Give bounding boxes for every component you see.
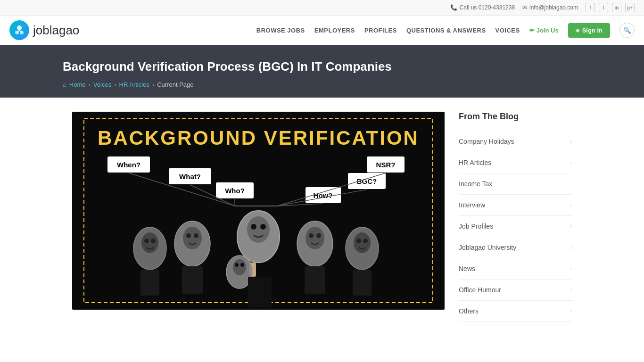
svg-point-44 — [235, 263, 239, 267]
svg-point-50 — [316, 233, 321, 238]
facebook-icon[interactable]: f — [586, 3, 595, 12]
search-button[interactable]: 🔍 — [619, 23, 635, 38]
svg-text:When?: When? — [117, 161, 140, 169]
nav-questions-answers[interactable]: QUESTIONS & ANSWERS — [406, 25, 486, 36]
chevron-icon: › — [570, 287, 572, 293]
svg-point-39 — [251, 224, 256, 230]
svg-point-30 — [151, 239, 156, 243]
phone-info: 📞 Call us 0120-4331238 — [450, 4, 515, 11]
svg-point-43 — [233, 259, 246, 275]
sidebar-others[interactable]: Others › — [459, 301, 572, 321]
breadcrumb-current: Current Page — [157, 81, 193, 88]
svg-rect-36 — [182, 266, 203, 294]
social-links: f t in g+ — [586, 3, 635, 12]
sidebar-title: From The Blog — [459, 112, 572, 122]
svg-point-28 — [141, 232, 158, 253]
breadcrumb-sep-1: › — [89, 81, 91, 88]
logo-text: joblagao — [33, 23, 79, 38]
main-nav: BROWSE JOBS EMPLOYERS PROFILES QUESTIONS… — [256, 23, 635, 38]
svg-point-35 — [194, 233, 198, 238]
svg-point-34 — [186, 233, 191, 238]
signin-button[interactable]: ⎆ Sign In — [568, 23, 610, 38]
sidebar-office-humour[interactable]: Office Humour › — [459, 280, 572, 300]
breadcrumb-voices[interactable]: Voices — [93, 81, 111, 88]
linkedin-icon[interactable]: in — [612, 3, 621, 12]
chevron-icon: › — [570, 223, 572, 230]
chevron-icon: › — [570, 308, 572, 314]
svg-point-49 — [309, 233, 314, 238]
svg-point-0 — [17, 25, 22, 30]
svg-point-54 — [356, 239, 361, 243]
hero-banner: Background Verification Process (BGC) In… — [0, 45, 644, 98]
sidebar: From The Blog Company Holidays › HR Arti… — [459, 112, 572, 322]
svg-point-53 — [354, 232, 371, 253]
svg-text:BACKGROUND VERIFICATION: BACKGROUND VERIFICATION — [98, 127, 419, 149]
logo[interactable]: joblagao — [9, 20, 79, 40]
home-icon: ⌂ — [63, 81, 66, 88]
svg-rect-56 — [353, 270, 372, 296]
top-bar: 📞 Call us 0120-4331238 ✉ info@joblagao.c… — [0, 0, 644, 16]
sidebar-income-tax[interactable]: Income Tax › — [459, 173, 572, 194]
twitter-icon[interactable]: t — [599, 3, 608, 12]
email-info: ✉ info@joblagao.com — [522, 4, 578, 11]
svg-point-48 — [305, 227, 324, 249]
svg-text:How?: How? — [314, 191, 333, 199]
email-icon: ✉ — [522, 4, 527, 11]
main-content: BACKGROUND VERIFICATION When? What? Who?… — [63, 112, 581, 322]
list-item: Job Profiles › — [459, 216, 572, 237]
chevron-icon: › — [570, 159, 572, 166]
email-text: info@joblagao.com — [529, 4, 578, 11]
svg-rect-46 — [248, 277, 272, 307]
logo-icon — [9, 20, 29, 40]
svg-point-45 — [240, 263, 244, 267]
svg-point-33 — [183, 227, 202, 249]
list-item: Income Tax › — [459, 173, 572, 195]
phone-text: Call us 0120-4331238 — [460, 4, 515, 11]
list-item: Office Humour › — [459, 280, 572, 301]
pencil-icon: ✏ — [529, 27, 535, 34]
svg-text:Who?: Who? — [225, 187, 245, 195]
sidebar-company-holidays[interactable]: Company Holidays › — [459, 131, 572, 152]
nav-profiles[interactable]: PROFILES — [364, 25, 397, 36]
breadcrumb: ⌂ Home › Voices › HR Articles › Current … — [63, 81, 581, 88]
phone-icon: 📞 — [450, 4, 457, 11]
signin-icon: ⎆ — [576, 27, 579, 34]
bgv-image: BACKGROUND VERIFICATION When? What? Who?… — [72, 112, 445, 310]
chevron-icon: › — [570, 244, 572, 251]
list-item: Company Holidays › — [459, 131, 572, 152]
breadcrumb-hr-articles[interactable]: HR Articles — [119, 81, 149, 88]
breadcrumb-sep-3: › — [152, 81, 154, 88]
svg-point-38 — [247, 216, 270, 243]
sidebar-hr-articles[interactable]: HR Articles › — [459, 152, 572, 173]
chevron-icon: › — [570, 202, 572, 208]
googleplus-icon[interactable]: g+ — [625, 3, 635, 12]
chevron-icon: › — [570, 181, 572, 187]
article-image-section: BACKGROUND VERIFICATION When? What? Who?… — [72, 112, 445, 322]
header: joblagao BROWSE JOBS EMPLOYERS PROFILES … — [0, 16, 644, 45]
list-item: Interview › — [459, 195, 572, 216]
list-item: Others › — [459, 301, 572, 322]
search-icon: 🔍 — [623, 27, 631, 34]
svg-point-55 — [363, 239, 368, 243]
chevron-icon: › — [570, 265, 572, 272]
sidebar-news[interactable]: News › — [459, 258, 572, 279]
svg-rect-31 — [140, 270, 159, 296]
join-link[interactable]: ✏ Join Us — [529, 27, 559, 34]
nav-employers[interactable]: EMPLOYERS — [314, 25, 355, 36]
svg-rect-51 — [305, 266, 325, 294]
svg-point-40 — [260, 224, 266, 230]
nav-browse-jobs[interactable]: BROWSE JOBS — [256, 25, 305, 36]
sidebar-interview[interactable]: Interview › — [459, 195, 572, 215]
svg-text:What?: What? — [179, 173, 201, 181]
chevron-icon: › — [570, 138, 572, 145]
list-item: Joblagao University › — [459, 237, 572, 258]
list-item: HR Articles › — [459, 152, 572, 173]
sidebar-joblagao-university[interactable]: Joblagao University › — [459, 237, 572, 258]
sidebar-job-profiles[interactable]: Job Profiles › — [459, 216, 572, 237]
svg-text:NSR?: NSR? — [376, 161, 396, 169]
sidebar-list: Company Holidays › HR Articles › Income … — [459, 131, 572, 322]
nav-voices[interactable]: VOICES — [495, 25, 520, 36]
breadcrumb-sep-2: › — [114, 81, 116, 88]
svg-point-29 — [144, 239, 149, 243]
breadcrumb-home[interactable]: Home — [69, 81, 86, 88]
